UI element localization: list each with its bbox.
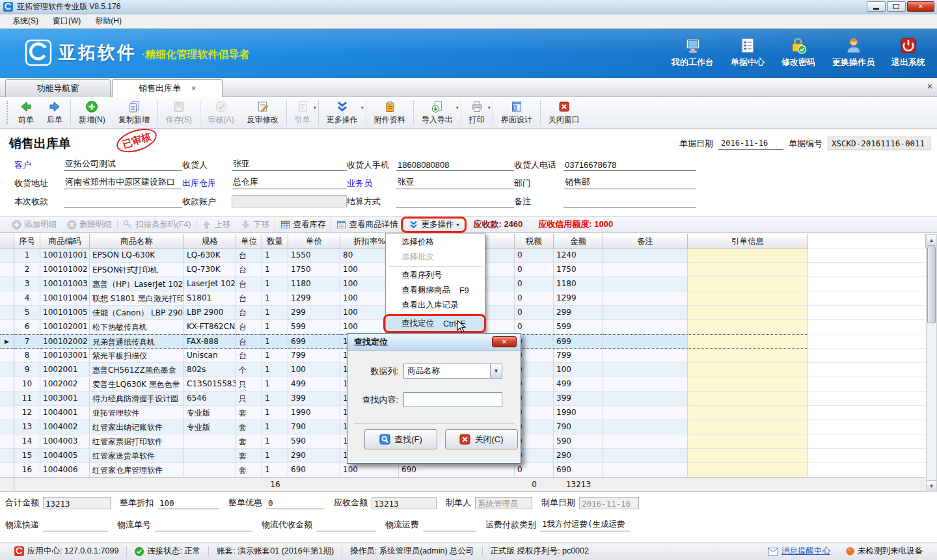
dialog-close-button[interactable]: ✕ [492,336,517,347]
form-field-1-2[interactable]: 张亚 [396,176,514,189]
restore-button[interactable] [887,1,906,12]
footer-field[interactable] [316,521,376,531]
detail-detail-button[interactable]: 查看商品详情 [331,219,403,230]
dropdown-caret-icon[interactable]: ▾ [361,105,364,111]
footer-field[interactable]: 1我方付运费(生成运费 [540,519,630,531]
row-selector[interactable] [0,406,14,420]
form-label-0-0[interactable]: 客户 [14,159,60,171]
dialog-titlebar[interactable]: 查找定位 ✕ [347,334,521,351]
toolbar-uidesign-button[interactable]: 界面设计 [495,97,539,128]
form-field-1-3[interactable]: 销售部 [564,176,696,189]
row-selector[interactable] [0,420,14,434]
detail-stock-button[interactable]: 查看库存 [275,219,331,230]
menu-item-0[interactable]: 选择价格 [386,235,485,250]
form-field-1-1[interactable]: 总仓库 [232,176,347,189]
row-selector[interactable] [0,377,14,392]
column-header-11[interactable]: 备注 [603,234,688,248]
row-selector[interactable] [0,463,14,477]
scroll-down-icon[interactable]: ▼ [927,480,936,491]
table-row[interactable]: 161004006红管家仓库管理软件套16901006900690 [0,463,926,477]
toolbar-print-button[interactable]: 打印▾ [463,97,491,128]
form-label-1-1[interactable]: 出库仓库 [182,178,228,189]
footer-field[interactable]: 系统管理员 [475,497,532,509]
footer-field[interactable]: 2016-11-16 [579,497,639,509]
form-field-0-0[interactable]: 亚拓公司测试 [64,158,182,171]
tab-close-icon[interactable]: × [191,84,196,93]
close-button[interactable]: ✕ [907,1,934,12]
detail-more-button[interactable]: 更多操作▾ [403,219,464,230]
toolbar-impexp-button[interactable]: 导入导出▾ [415,97,459,128]
row-selector[interactable] [0,363,14,377]
form-field-2-0[interactable] [64,197,182,207]
tab-function-nav[interactable]: 功能导航窗 [5,79,111,97]
column-header-2[interactable]: 商品名称 [90,234,184,248]
row-selector[interactable] [0,277,14,291]
form-field-2-2[interactable] [396,197,514,207]
menu-item-4[interactable]: 查看出入库记录 [386,298,485,313]
banner-action-0[interactable]: 我的工作台 [672,36,714,68]
dropdown-caret-icon[interactable]: ▾ [314,105,316,111]
column-header-9[interactable]: 税额 [515,234,554,248]
row-selector[interactable] [0,306,14,320]
column-header-5[interactable]: 数量 [262,234,288,248]
row-selector[interactable] [0,248,14,263]
dropdown-caret-icon[interactable]: ▾ [488,105,491,111]
row-selector[interactable] [0,263,14,277]
footer-field[interactable] [423,521,476,531]
dropdown-caret-icon[interactable]: ▾ [456,222,459,228]
menu-item-5[interactable]: 查找定位Ctrl+F [386,316,485,331]
column-header-6[interactable]: 单价 [288,234,340,248]
form-field-0-3[interactable]: 03716678678 [564,160,696,171]
column-header-1[interactable]: 商品编码 [40,234,90,248]
form-field-1-0[interactable]: 河南省郑州市中原区建设路口 [64,176,182,189]
toolbar-unaudit-button[interactable]: 反审修改 [241,97,285,128]
banner-action-2[interactable]: 修改密码 [781,36,815,68]
menu-item-2[interactable]: 查看序列号 [386,268,485,283]
row-selector[interactable] [0,449,14,463]
form-field-0-1[interactable]: 张亚 [232,158,347,171]
row-selector[interactable] [0,349,14,363]
toolbar-closewin-button[interactable]: 关闭窗口 [542,97,586,128]
footer-field[interactable] [43,521,108,531]
banner-action-4[interactable]: 退出系统 [891,36,925,68]
row-selector[interactable] [0,291,14,306]
column-header-12[interactable]: 引单信息 [688,234,808,248]
minimize-button[interactable] [867,1,886,12]
column-header-4[interactable]: 单位 [236,234,262,248]
row-selector[interactable]: ▶ [0,334,14,349]
toolbar-add-button[interactable]: 新增(N) [72,97,112,128]
menu-item-1[interactable]: 窗口(W) [47,14,87,28]
toolbar-copyadd-button[interactable]: 复制新增 [112,97,156,128]
banner-action-1[interactable]: 单据中心 [731,36,765,68]
toolbar-attach-button[interactable]: 附件资料 [368,97,412,128]
banner-action-3[interactable]: 更换操作员 [832,36,875,68]
message-center-link[interactable]: 消息提醒中心 [760,546,838,557]
find-button[interactable]: 查找(F) [364,429,437,449]
form-field-2-1[interactable] [232,195,347,207]
dropdown-caret-icon[interactable]: ▾ [456,105,459,111]
column-header-10[interactable]: 金额 [554,234,603,248]
tabstrip-close-icon[interactable]: ✕ [927,82,933,91]
menu-item-2[interactable]: 帮助(H) [89,14,128,28]
scroll-thumb[interactable] [927,247,936,323]
row-selector[interactable] [0,320,14,334]
find-content-input[interactable] [403,392,502,407]
form-field-2-3[interactable] [564,197,696,207]
column-header-3[interactable]: 规格 [184,234,236,248]
data-column-select[interactable]: 商品名称 ▼ [403,364,502,379]
footer-field[interactable]: 13213 [372,497,437,509]
footer-field[interactable]: 0 [266,498,325,509]
footer-field[interactable]: 13213 [43,497,111,509]
toolbar-next-button[interactable]: 后单 [40,97,69,128]
form-label-1-2[interactable]: 业务员 [347,178,392,189]
menu-item-3[interactable]: 查看捆绑商品F9 [386,283,485,298]
scroll-up-icon[interactable]: ▲ [927,235,936,246]
tab-sales-outbound[interactable]: 销售出库单 × [112,79,223,97]
table-scrollbar[interactable]: ▲ ▼ [926,234,937,492]
footer-field[interactable]: 100 [157,498,219,509]
column-header-0[interactable]: 序号 [14,234,40,248]
form-field-0-2[interactable]: 18608080808 [396,160,514,171]
footer-field[interactable] [155,521,252,531]
toolbar-prev-button[interactable]: 前单 [12,97,40,128]
combo-dropdown-icon[interactable]: ▼ [490,364,502,378]
